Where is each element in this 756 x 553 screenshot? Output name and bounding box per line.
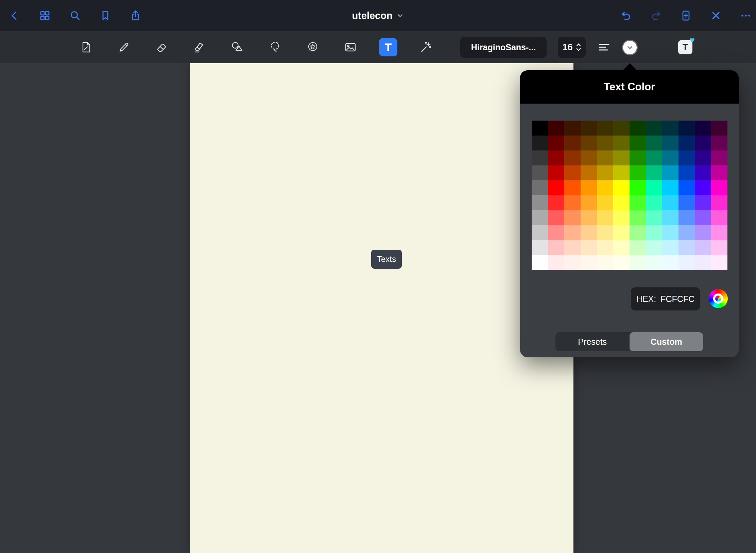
- color-swatch[interactable]: [678, 121, 695, 136]
- color-swatch[interactable]: [532, 225, 548, 240]
- elements-tool[interactable]: [302, 36, 324, 58]
- color-swatch[interactable]: [597, 150, 613, 165]
- color-swatch[interactable]: [678, 195, 695, 210]
- color-swatch[interactable]: [711, 150, 727, 165]
- laser-pointer-tool[interactable]: [415, 36, 437, 58]
- color-swatch[interactable]: [581, 121, 597, 136]
- color-swatch[interactable]: [630, 225, 646, 240]
- share-button[interactable]: [127, 7, 144, 24]
- color-swatch[interactable]: [662, 136, 678, 150]
- color-swatch[interactable]: [597, 225, 613, 240]
- color-swatch[interactable]: [695, 255, 711, 270]
- color-swatch[interactable]: [662, 165, 678, 180]
- color-swatch[interactable]: [678, 210, 695, 225]
- color-swatch[interactable]: [711, 165, 727, 180]
- color-swatch[interactable]: [581, 165, 597, 180]
- color-swatch[interactable]: [548, 225, 564, 240]
- bookmark-button[interactable]: [97, 7, 114, 24]
- color-swatch[interactable]: [630, 180, 646, 195]
- color-swatch[interactable]: [695, 180, 711, 195]
- color-swatch[interactable]: [613, 150, 630, 165]
- color-swatch[interactable]: [678, 165, 695, 180]
- color-swatch[interactable]: [532, 195, 548, 210]
- color-swatch[interactable]: [532, 240, 548, 255]
- color-swatch[interactable]: [695, 195, 711, 210]
- color-swatch[interactable]: [695, 225, 711, 240]
- font-size-stepper[interactable]: 16: [558, 37, 586, 58]
- eraser-tool[interactable]: [151, 36, 173, 58]
- color-swatch[interactable]: [711, 180, 727, 195]
- color-swatch[interactable]: [662, 255, 678, 270]
- color-swatch[interactable]: [613, 121, 630, 136]
- color-swatch[interactable]: [613, 180, 630, 195]
- color-swatch[interactable]: [548, 150, 564, 165]
- color-swatch[interactable]: [597, 165, 613, 180]
- color-swatch[interactable]: [613, 195, 630, 210]
- color-swatch[interactable]: [548, 121, 564, 136]
- color-swatch[interactable]: [630, 255, 646, 270]
- color-swatch[interactable]: [630, 121, 646, 136]
- search-button[interactable]: [67, 7, 83, 24]
- color-swatch[interactable]: [646, 150, 662, 165]
- color-swatch[interactable]: [581, 195, 597, 210]
- edit-mode-tool[interactable]: [75, 36, 97, 58]
- color-swatch[interactable]: [564, 136, 581, 150]
- color-swatch[interactable]: [646, 210, 662, 225]
- color-swatch[interactable]: [548, 136, 564, 150]
- color-swatch[interactable]: [532, 136, 548, 150]
- color-swatch[interactable]: [695, 136, 711, 150]
- color-swatch[interactable]: [646, 240, 662, 255]
- color-swatch[interactable]: [548, 210, 564, 225]
- color-swatch[interactable]: [564, 165, 581, 180]
- color-swatch[interactable]: [564, 121, 581, 136]
- page-thumbnails-button[interactable]: [37, 7, 53, 24]
- color-swatch[interactable]: [695, 210, 711, 225]
- text-color-button[interactable]: [622, 40, 638, 55]
- color-swatch[interactable]: [678, 255, 695, 270]
- color-swatch[interactable]: [581, 240, 597, 255]
- color-swatch[interactable]: [695, 121, 711, 136]
- more-options-button[interactable]: [738, 7, 754, 24]
- color-swatch[interactable]: [630, 195, 646, 210]
- text-object[interactable]: Texts: [371, 250, 402, 269]
- color-swatch[interactable]: [630, 240, 646, 255]
- image-tool[interactable]: [340, 36, 361, 58]
- hex-input[interactable]: HEX: FCFCFC: [631, 287, 700, 310]
- color-swatch[interactable]: [581, 210, 597, 225]
- redo-button[interactable]: [648, 7, 664, 24]
- color-swatch[interactable]: [662, 180, 678, 195]
- tab-custom[interactable]: Custom: [630, 332, 704, 351]
- color-swatch[interactable]: [613, 225, 630, 240]
- color-swatch[interactable]: [711, 240, 727, 255]
- color-swatch[interactable]: [711, 255, 727, 270]
- color-swatch[interactable]: [597, 180, 613, 195]
- color-swatch[interactable]: [532, 210, 548, 225]
- color-swatch[interactable]: [662, 150, 678, 165]
- color-swatch[interactable]: [532, 121, 548, 136]
- color-swatch[interactable]: [678, 150, 695, 165]
- color-swatch[interactable]: [695, 150, 711, 165]
- color-swatch[interactable]: [711, 121, 727, 136]
- color-swatch[interactable]: [646, 136, 662, 150]
- text-style-favorites-button[interactable]: T ♥: [675, 37, 695, 57]
- color-swatch[interactable]: [564, 195, 581, 210]
- pen-tool[interactable]: [113, 36, 135, 58]
- color-swatch[interactable]: [548, 255, 564, 270]
- color-swatch[interactable]: [581, 180, 597, 195]
- color-swatch[interactable]: [581, 150, 597, 165]
- color-swatch[interactable]: [662, 121, 678, 136]
- color-swatch[interactable]: [564, 255, 581, 270]
- color-swatch[interactable]: [678, 225, 695, 240]
- color-swatch[interactable]: [662, 225, 678, 240]
- highlighter-tool[interactable]: [189, 36, 210, 58]
- color-swatch[interactable]: [646, 165, 662, 180]
- color-swatch[interactable]: [630, 210, 646, 225]
- color-swatch[interactable]: [662, 210, 678, 225]
- color-swatch[interactable]: [564, 225, 581, 240]
- close-document-button[interactable]: [708, 7, 724, 24]
- color-swatch[interactable]: [597, 136, 613, 150]
- color-swatch[interactable]: [564, 210, 581, 225]
- back-button[interactable]: [6, 7, 23, 24]
- color-swatch[interactable]: [581, 225, 597, 240]
- color-swatch[interactable]: [630, 150, 646, 165]
